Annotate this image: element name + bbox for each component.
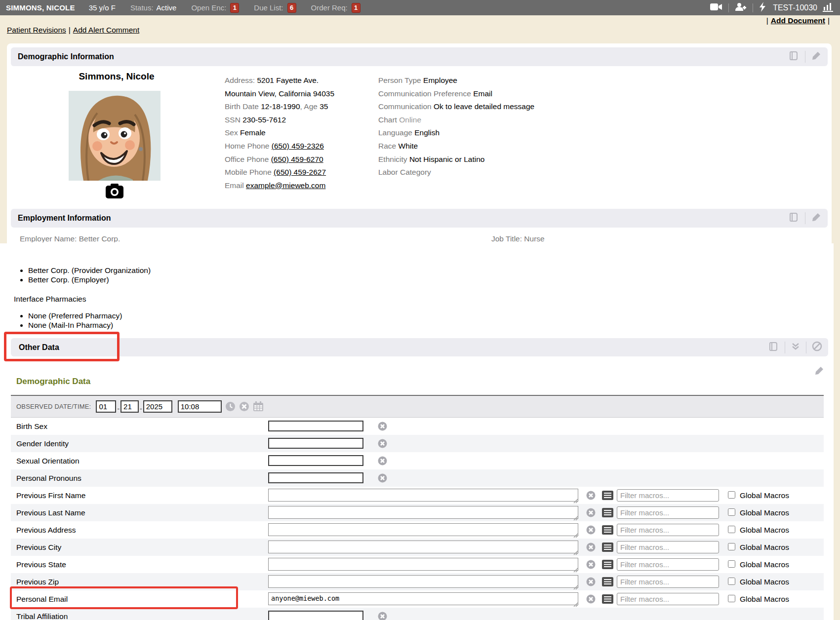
section-title: Demographic Information [18, 52, 114, 61]
divider [805, 212, 805, 224]
add-alert-comment-link[interactable]: Add Alert Comment [73, 26, 139, 34]
global-macros-checkbox[interactable] [728, 578, 735, 585]
observed-day-input[interactable] [120, 400, 139, 413]
open-enc-badge[interactable]: 1 [230, 3, 239, 13]
global-macros-label: Global Macros [740, 573, 789, 590]
personal-pronouns-input[interactable] [268, 472, 363, 483]
info-row: Labor Category [378, 166, 534, 179]
previous-last-name-textarea[interactable] [268, 506, 578, 519]
observed-month-input[interactable] [96, 400, 116, 413]
field-row-tribal-affiliation: Tribal Affiliation [11, 608, 824, 620]
clear-icon[interactable] [586, 491, 596, 502]
global-macros-checkbox[interactable] [728, 491, 735, 499]
clear-icon[interactable] [586, 525, 596, 537]
calendar-icon[interactable] [253, 401, 264, 412]
order-req-badge[interactable]: 1 [352, 3, 360, 13]
macro-list-icon[interactable] [602, 491, 613, 502]
sexual-orientation-input[interactable] [268, 455, 363, 466]
book-icon[interactable] [789, 212, 800, 225]
clear-icon[interactable] [586, 577, 596, 588]
email-link[interactable]: example@mieweb.com [246, 181, 325, 190]
tribal-affiliation-input[interactable] [268, 611, 363, 620]
patient-revisions-link[interactable]: Patient Revisions [7, 26, 66, 34]
field-label: Sexual Orientation [11, 457, 80, 465]
field-label: Personal Email [11, 595, 68, 603]
field-label: Personal Pronouns [11, 474, 81, 482]
chart-id: TEST-10030 [773, 3, 817, 12]
previous-first-name-textarea[interactable] [268, 489, 578, 502]
mobile-phone-link[interactable]: (650) 459-2627 [274, 168, 326, 176]
previous-city-textarea[interactable] [268, 541, 578, 553]
filter-macros-input[interactable] [617, 593, 719, 605]
divider [805, 51, 805, 63]
video-camera-icon[interactable] [710, 2, 722, 13]
book-icon[interactable] [768, 341, 779, 354]
global-macros-checkbox[interactable] [728, 595, 735, 602]
clear-icon[interactable] [378, 422, 387, 433]
macro-list-icon[interactable] [602, 577, 613, 588]
add-document-link[interactable]: Add Document [771, 16, 825, 25]
date-separator: - [140, 405, 142, 413]
clear-icon[interactable] [378, 473, 387, 485]
info-row: Email example@mieweb.com [225, 179, 334, 193]
field-row-previous-city: Previous City Global Macros [11, 539, 824, 556]
global-macros-checkbox[interactable] [728, 560, 735, 568]
field-label: Previous Address [11, 526, 76, 534]
macro-list-icon[interactable] [602, 594, 613, 606]
office-phone-link[interactable]: (650) 459-6270 [271, 155, 323, 163]
pencil-icon[interactable] [814, 365, 825, 378]
divider [806, 342, 806, 353]
clock-icon[interactable] [225, 401, 236, 412]
clear-icon[interactable] [586, 508, 596, 519]
global-macros-checkbox[interactable] [728, 543, 735, 550]
observed-year-input[interactable] [143, 400, 172, 413]
book-icon[interactable] [789, 50, 800, 63]
field-row-birth-sex: Birth Sex [11, 418, 824, 435]
filter-macros-input[interactable] [617, 506, 719, 519]
info-row: Language English [378, 126, 534, 140]
pencil-icon[interactable] [811, 50, 822, 63]
due-list-badge[interactable]: 6 [287, 3, 296, 13]
clear-icon[interactable] [239, 401, 249, 412]
due-list-label: Due List: [254, 3, 283, 12]
filter-macros-input[interactable] [617, 524, 719, 536]
previous-address-textarea[interactable] [268, 523, 578, 536]
section-title: Employment Information [18, 214, 111, 223]
clear-icon[interactable] [586, 594, 596, 606]
global-macros-checkbox[interactable] [728, 526, 735, 533]
personal-email-textarea[interactable]: anyone@mieweb.com [268, 592, 578, 605]
gender-identity-input[interactable] [268, 438, 363, 449]
home-phone-link[interactable]: (650) 459-2326 [272, 142, 324, 150]
patient-display-name: Simmons, Nicole [55, 71, 178, 82]
pencil-icon[interactable] [811, 212, 822, 225]
field-row-previous-first-name: Previous First Name Global Macros [11, 487, 824, 504]
bar-chart-icon[interactable] [822, 2, 834, 13]
previous-zip-textarea[interactable] [268, 575, 578, 588]
clear-icon[interactable] [378, 612, 387, 620]
filter-macros-input[interactable] [617, 558, 719, 571]
previous-state-textarea[interactable] [268, 558, 578, 571]
clear-icon[interactable] [378, 439, 387, 450]
clear-icon[interactable] [586, 542, 596, 554]
filter-macros-input[interactable] [617, 489, 719, 502]
filter-macros-input[interactable] [617, 541, 719, 553]
macro-list-icon[interactable] [602, 525, 613, 537]
clear-icon[interactable] [586, 560, 596, 571]
lightning-icon[interactable] [759, 2, 766, 13]
global-macros-checkbox[interactable] [728, 508, 735, 516]
macro-list-icon[interactable] [602, 542, 613, 554]
list-item: Better Corp. (Provider Organization) [28, 266, 151, 275]
camera-icon[interactable] [106, 184, 123, 198]
info-row: Race White [378, 140, 534, 153]
macro-list-icon[interactable] [602, 560, 613, 571]
double-chevron-down-icon[interactable] [791, 342, 800, 353]
filter-macros-input[interactable] [617, 576, 719, 588]
patient-photo [69, 91, 160, 181]
section-title: Other Data [19, 343, 59, 352]
no-entry-icon[interactable] [812, 341, 822, 353]
add-person-icon[interactable] [735, 2, 747, 13]
birth-sex-input[interactable] [268, 421, 363, 431]
observed-time-input[interactable] [178, 400, 222, 413]
clear-icon[interactable] [378, 456, 387, 467]
macro-list-icon[interactable] [602, 508, 613, 519]
